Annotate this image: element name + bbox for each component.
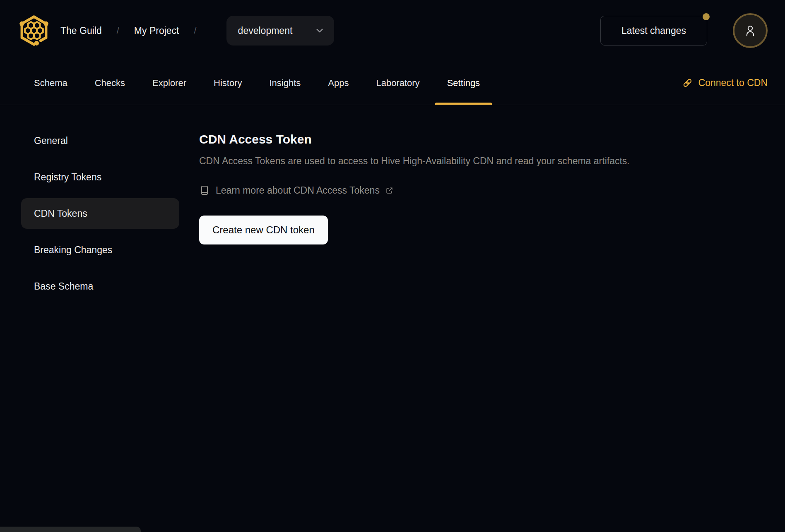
user-avatar[interactable] bbox=[733, 13, 768, 48]
sidebar-item-base-schema[interactable]: Base Schema bbox=[21, 271, 179, 302]
target-selector[interactable]: development bbox=[226, 16, 334, 46]
tab-laboratory[interactable]: Laboratory bbox=[362, 61, 433, 105]
breadcrumb-separator: / bbox=[117, 25, 119, 36]
learn-more-label: Learn more about CDN Access Tokens bbox=[216, 185, 380, 196]
horizontal-scrollbar[interactable] bbox=[0, 527, 141, 532]
primary-nav: Schema Checks Explorer History Insights … bbox=[0, 61, 785, 105]
notification-dot bbox=[703, 13, 710, 20]
sidebar-item-breaking-changes[interactable]: Breaking Changes bbox=[21, 235, 179, 265]
external-link-icon bbox=[385, 187, 393, 194]
breadcrumb-project[interactable]: My Project bbox=[134, 25, 179, 36]
tab-apps[interactable]: Apps bbox=[314, 61, 362, 105]
breadcrumb: The Guild / My Project / bbox=[60, 25, 212, 36]
learn-more-link[interactable]: Learn more about CDN Access Tokens bbox=[199, 185, 393, 196]
tab-insights[interactable]: Insights bbox=[255, 61, 314, 105]
tab-settings[interactable]: Settings bbox=[433, 61, 494, 105]
breadcrumb-separator: / bbox=[194, 25, 196, 36]
tab-checks[interactable]: Checks bbox=[81, 61, 139, 105]
settings-sidebar: General Registry Tokens CDN Tokens Break… bbox=[21, 125, 179, 307]
connect-to-cdn-link[interactable]: Connect to CDN bbox=[682, 61, 768, 105]
page-title: CDN Access Token bbox=[199, 132, 630, 147]
tab-history[interactable]: History bbox=[200, 61, 255, 105]
breadcrumb-org[interactable]: The Guild bbox=[60, 25, 102, 36]
tab-schema[interactable]: Schema bbox=[20, 61, 81, 105]
user-icon bbox=[743, 23, 758, 38]
tab-explorer[interactable]: Explorer bbox=[139, 61, 200, 105]
target-selector-value: development bbox=[238, 25, 293, 36]
latest-changes-label: Latest changes bbox=[621, 25, 686, 36]
sidebar-item-registry-tokens[interactable]: Registry Tokens bbox=[21, 162, 179, 192]
connect-to-cdn-label: Connect to CDN bbox=[698, 77, 768, 89]
sidebar-item-general[interactable]: General bbox=[21, 125, 179, 156]
sidebar-item-cdn-tokens[interactable]: CDN Tokens bbox=[21, 198, 179, 229]
page-description: CDN Access Tokens are used to access to … bbox=[199, 156, 630, 167]
main-content: CDN Access Token CDN Access Tokens are u… bbox=[199, 125, 630, 307]
book-icon bbox=[199, 185, 210, 196]
header: The Guild / My Project / development Lat… bbox=[0, 0, 785, 61]
latest-changes-button[interactable]: Latest changes bbox=[600, 16, 707, 46]
link-icon bbox=[682, 77, 693, 89]
hive-logo-icon[interactable] bbox=[17, 14, 51, 47]
content-area: General Registry Tokens CDN Tokens Break… bbox=[0, 105, 785, 307]
chevron-down-icon bbox=[314, 25, 325, 36]
app-root: The Guild / My Project / development Lat… bbox=[0, 0, 785, 532]
create-cdn-token-button[interactable]: Create new CDN token bbox=[199, 216, 328, 244]
